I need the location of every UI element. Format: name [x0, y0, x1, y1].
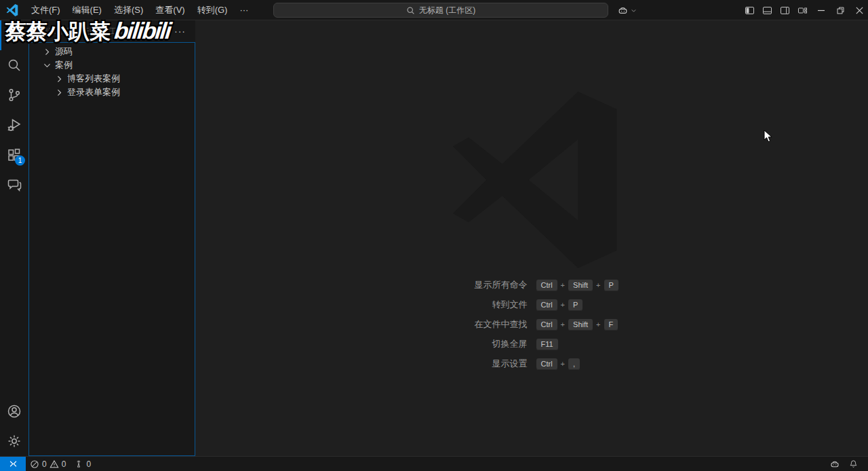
remote-icon: [8, 459, 18, 469]
shortcut-keys: F11: [536, 339, 868, 350]
warning-icon: [50, 459, 59, 469]
menu-file[interactable]: 文件(F): [25, 1, 66, 19]
activity-bar: 1: [0, 20, 28, 456]
copilot-icon: [617, 5, 629, 16]
title-bar: 文件(F) 编辑(E) 选择(S) 查看(V) 转到(G) ··· 无标题 (工…: [0, 0, 868, 20]
explorer-title: 资源管理器: 无标题 (工作区): [41, 26, 170, 37]
shortcut-label: 转到文件: [195, 299, 536, 311]
account-icon[interactable]: [0, 396, 28, 426]
bell-icon: [848, 459, 859, 469]
copilot-status[interactable]: [825, 457, 844, 471]
copilot-button[interactable]: [614, 3, 640, 18]
menu-more[interactable]: ···: [233, 2, 254, 18]
tree-item-label: 博客列表案例: [67, 73, 120, 85]
vscode-logo-icon: [6, 4, 18, 16]
plus-separator: +: [596, 320, 600, 328]
explorer-header: 资源管理器: 无标题 (工作区) ···: [28, 20, 195, 42]
ports-count: 0: [86, 459, 91, 469]
chat-icon[interactable]: [0, 170, 28, 200]
toggle-primary-sidebar-icon[interactable]: [741, 1, 758, 19]
shortcut-label: 显示所有命令: [195, 279, 536, 291]
menu-goto[interactable]: 转到(G): [191, 1, 234, 19]
chevron-down-icon: [631, 7, 637, 14]
command-center-search[interactable]: 无标题 (工作区): [273, 3, 608, 18]
key: ,: [568, 358, 580, 370]
key: Shift: [568, 280, 593, 291]
vscode-watermark-logo: [448, 92, 624, 268]
customize-layout-icon[interactable]: [793, 1, 811, 19]
search-icon[interactable]: [0, 50, 28, 80]
explorer-icon[interactable]: [0, 20, 28, 50]
vscode-window: 文件(F) 编辑(E) 选择(S) 查看(V) 转到(G) ··· 无标题 (工…: [0, 0, 868, 471]
shortcut-keys: Ctrl+ P: [536, 299, 868, 311]
plus-separator: +: [596, 281, 600, 289]
menu-view[interactable]: 查看(V): [149, 1, 191, 19]
editor-area: 显示所有命令 Ctrl+ Shift+ P 转到文件 Ctrl+ P 在文件中查: [195, 20, 868, 456]
shortcut-row: 转到文件 Ctrl+ P: [195, 299, 868, 311]
plus-separator: +: [561, 281, 565, 289]
shortcut-label: 切换全屏: [195, 338, 536, 350]
more-actions-button[interactable]: ···: [170, 26, 190, 37]
tree-item-label: 案例: [55, 59, 73, 71]
key: Ctrl: [536, 280, 557, 291]
shortcut-keys: Ctrl+ ,: [536, 358, 868, 370]
plus-separator: +: [561, 301, 565, 309]
radio-tower-icon: [74, 459, 83, 469]
shortcut-row: 显示所有命令 Ctrl+ Shift+ P: [195, 279, 868, 291]
warning-count: 0: [62, 459, 66, 469]
error-icon: [30, 459, 39, 469]
shortcut-label: 显示设置: [195, 358, 536, 370]
toggle-secondary-sidebar-icon[interactable]: [776, 1, 793, 19]
plus-separator: +: [561, 320, 565, 328]
extensions-badge: 1: [15, 155, 25, 166]
minimize-button[interactable]: [812, 0, 830, 20]
settings-gear-icon[interactable]: [0, 426, 28, 456]
problems-indicator[interactable]: 0 0: [26, 457, 70, 471]
shortcut-keys: Ctrl+ Shift+ F: [536, 319, 868, 331]
explorer-tree: 源码 案例 博客列表案例: [28, 42, 195, 456]
key: F: [604, 319, 618, 331]
menu-selection[interactable]: 选择(S): [108, 1, 149, 19]
key: P: [568, 299, 583, 311]
key: Ctrl: [536, 358, 557, 370]
key: Ctrl: [536, 319, 557, 331]
source-control-icon[interactable]: [0, 80, 28, 110]
tree-item-source[interactable]: 源码: [29, 45, 195, 58]
shortcut-row: 显示设置 Ctrl+ ,: [195, 358, 868, 370]
run-debug-icon[interactable]: [0, 110, 28, 140]
tree-item-label: 登录表单案例: [67, 86, 120, 98]
command-center-label: 无标题 (工作区): [419, 5, 475, 16]
shortcut-row: 切换全屏 F11: [195, 338, 868, 350]
chevron-right-icon: [54, 75, 64, 83]
shortcut-label: 在文件中查找: [195, 318, 536, 331]
restore-button[interactable]: [831, 0, 849, 20]
notifications-bell[interactable]: [844, 457, 863, 471]
tree-item-blog-list[interactable]: 博客列表案例: [29, 72, 195, 86]
error-count: 0: [42, 459, 47, 469]
tree-item-label: 源码: [55, 45, 73, 58]
key: F11: [536, 339, 558, 350]
status-bar: 0 0 0: [0, 456, 868, 471]
chevron-right-icon: [54, 88, 64, 97]
search-icon: [406, 6, 415, 15]
close-button[interactable]: [850, 0, 868, 20]
chevron-down-icon: [41, 61, 52, 70]
remote-indicator[interactable]: [0, 457, 26, 471]
extensions-icon[interactable]: 1: [0, 140, 28, 170]
shortcut-keys: Ctrl+ Shift+ P: [536, 280, 868, 291]
tree-item-login-form[interactable]: 登录表单案例: [29, 86, 195, 99]
key: P: [604, 280, 618, 291]
explorer-sidebar: 资源管理器: 无标题 (工作区) ··· 源码 案例: [28, 20, 195, 456]
chevron-right-icon: [41, 48, 52, 56]
ports-indicator[interactable]: 0: [70, 457, 95, 471]
key: Ctrl: [536, 299, 557, 311]
keyboard-shortcuts-watermark: 显示所有命令 Ctrl+ Shift+ P 转到文件 Ctrl+ P 在文件中查: [195, 279, 868, 370]
tree-item-cases[interactable]: 案例: [29, 58, 195, 72]
plus-separator: +: [561, 360, 565, 368]
shortcut-row: 在文件中查找 Ctrl+ Shift+ F: [195, 318, 868, 331]
menu-edit[interactable]: 编辑(E): [66, 1, 108, 19]
toggle-panel-icon[interactable]: [758, 1, 776, 19]
copilot-icon: [829, 459, 840, 470]
key: Shift: [568, 319, 593, 331]
